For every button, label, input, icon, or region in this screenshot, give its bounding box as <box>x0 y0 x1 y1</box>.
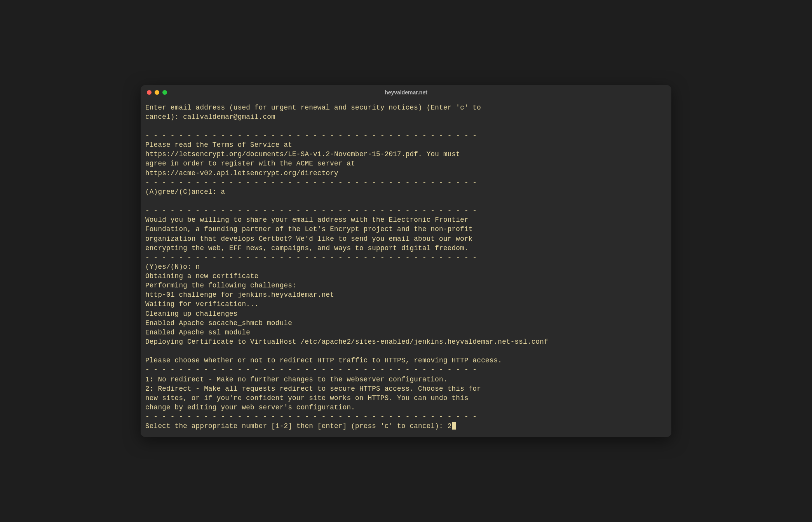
terminal-window: heyvaldemar.net Enter email address (use… <box>141 85 671 437</box>
terminal-prompt-line: Select the appropriate number [1-2] then… <box>145 422 452 430</box>
terminal-body[interactable]: Enter email address (used for urgent ren… <box>141 100 671 437</box>
terminal-output: Enter email address (used for urgent ren… <box>145 104 548 421</box>
traffic-lights <box>147 90 167 95</box>
minimize-button[interactable] <box>155 90 159 95</box>
window-title: heyvaldemar.net <box>147 89 665 96</box>
close-button[interactable] <box>147 90 152 95</box>
maximize-button[interactable] <box>162 90 167 95</box>
cursor <box>452 422 456 430</box>
titlebar: heyvaldemar.net <box>141 85 671 100</box>
